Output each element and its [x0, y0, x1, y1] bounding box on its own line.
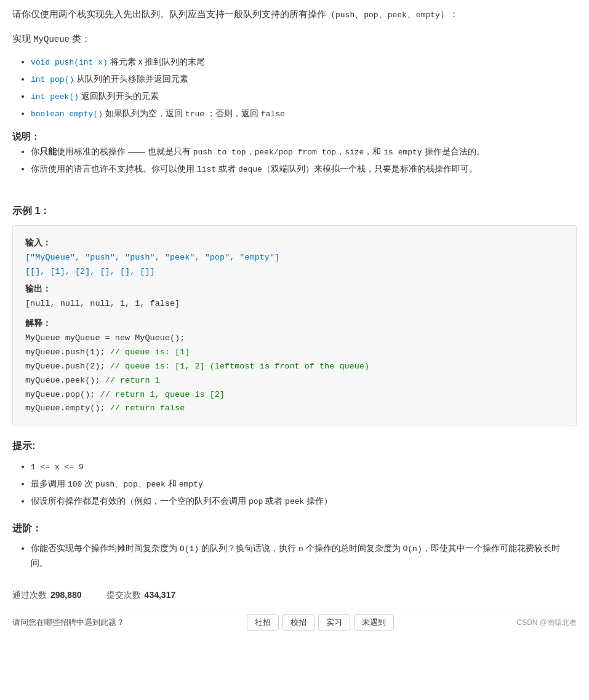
advance-title: 进阶：: [12, 520, 577, 536]
intro-paragraph: 请你仅使用两个栈实现先入先出队列。队列应当支持一般队列支持的所有操作（push、…: [12, 6, 577, 22]
input-label: 输入：: [25, 237, 51, 247]
note-list: 你只能使用标准的栈操作 —— 也就是只有 push to top，peek/po…: [12, 145, 577, 177]
explain-line-3: myQueue.push(2); // queue is: [1, 2] (le…: [25, 362, 369, 371]
methods-list: void push(int x) 将元素 x 推到队列的末尾 int pop()…: [12, 55, 577, 121]
explain-line-5: myQueue.pop(); // return 1, queue is [2]: [25, 390, 225, 399]
example-block: 输入： ["MyQueue", "push", "push", "peek", …: [12, 225, 577, 426]
hints-section: 提示: 1 <= x <= 9 最多调用 100 次 push、pop、peek…: [12, 437, 577, 508]
note-size: size: [345, 148, 364, 157]
hint-item-1: 1 <= x <= 9: [31, 459, 577, 474]
pass-value: 298,880: [50, 588, 82, 603]
advance-item-1: 你能否实现每个操作均摊时间复杂度为 O(1) 的队列？换句话说，执行 n 个操作…: [31, 541, 577, 571]
advance-complexity-2: O(n): [403, 544, 422, 554]
output-section: 输出： [null, null, null, 1, 1, false]: [25, 282, 564, 311]
method-push-code: void push(int x): [31, 58, 108, 67]
example-title: 示例 1：: [12, 202, 577, 219]
method-pop-code: int pop(): [31, 75, 74, 84]
btn-shejao[interactable]: 社招: [247, 614, 279, 630]
submit-value: 434,317: [145, 588, 176, 603]
explain-label: 解释：: [25, 318, 51, 328]
note-peek-pop: peek/pop from top: [255, 148, 337, 157]
method-empty-desc: 如果队列为空，返回 true ；否则，返回 false: [105, 108, 285, 118]
hint-2-pop: pop: [123, 480, 137, 489]
input-section: 输入： ["MyQueue", "push", "push", "peek", …: [25, 236, 564, 279]
implement-class-title: 实现 MyQueue 类：: [12, 31, 577, 47]
advance-list: 你能否实现每个操作均摊时间复杂度为 O(1) 的队列？换句话说，执行 n 个操作…: [12, 541, 577, 571]
explain-line-6: myQueue.empty(); // return false: [25, 404, 185, 413]
note-item-1: 你只能使用标准的栈操作 —— 也就是只有 push to top，peek/po…: [31, 145, 577, 159]
submit-label: 提交次数: [106, 588, 141, 603]
method-pop: int pop() 从队列的开头移除并返回元素: [31, 72, 577, 87]
hint-2-peek: peek: [146, 480, 166, 489]
method-empty: boolean empty() 如果队列为空，返回 true ；否则，返回 fa…: [31, 106, 577, 121]
csdn-credit: CSDN @南猿北者: [516, 616, 577, 629]
hint-3-pop: pop: [249, 497, 263, 506]
input-line2: [[], [1], [2], [], [], []]: [25, 267, 155, 276]
intro-underline-text: 先入先出队列: [105, 9, 160, 19]
hints-title: 提示:: [12, 437, 577, 454]
hints-list: 1 <= x <= 9 最多调用 100 次 push、pop、peek 和 e…: [12, 459, 577, 509]
hint-2-count: 100: [68, 480, 82, 489]
note-list-kw: list: [197, 165, 216, 174]
recruit-text: 请问您在哪些招聘中遇到此题？: [12, 616, 124, 629]
example-section: 示例 1： 输入： ["MyQueue", "push", "push", "p…: [12, 202, 577, 426]
btn-shixi[interactable]: 实习: [318, 614, 350, 630]
explain-line-2: myQueue.push(1); // queue is: [1]: [25, 348, 190, 357]
note-section: 说明： 你只能使用标准的栈操作 —— 也就是只有 push to top，pee…: [12, 129, 577, 177]
method-push: void push(int x) 将元素 x 推到队列的末尾: [31, 55, 577, 70]
note-bold-only: 只能: [39, 146, 57, 156]
main-content: 请你仅使用两个栈实现先入先出队列。队列应当支持一般队列支持的所有操作（push、…: [12, 6, 577, 630]
method-push-desc: 将元素 x 推到队列的末尾: [110, 57, 206, 66]
advance-complexity-1: O(1): [180, 544, 199, 554]
pass-label: 通过次数: [12, 588, 47, 603]
explain-line-1: MyQueue myQueue = new MyQueue();: [25, 333, 185, 343]
btn-not-encountered[interactable]: 未遇到: [354, 614, 394, 630]
submit-stat: 提交次数 434,317: [106, 588, 176, 603]
intro-text-prefix: 请你仅使用两个栈实现: [12, 9, 105, 19]
hint-2-empty: empty: [179, 480, 203, 489]
output-label: 输出：: [25, 284, 51, 293]
note-title: 说明：: [12, 129, 577, 145]
advance-section: 进阶： 你能否实现每个操作均摊时间复杂度为 O(1) 的队列？换句话说，执行 n…: [12, 520, 577, 571]
method-empty-code: boolean empty(): [31, 109, 103, 119]
method-peek-code: int peek(): [31, 92, 79, 101]
method-peek-desc: 返回队列开头的元素: [81, 91, 159, 101]
advance-n: n: [299, 544, 303, 554]
pass-stat: 通过次数 298,880: [12, 588, 82, 603]
explain-section: 解释： MyQueue myQueue = new MyQueue(); myQ…: [25, 316, 564, 416]
input-line1: ["MyQueue", "push", "push", "peek", "pop…: [25, 253, 279, 262]
class-name-code: MyQueue: [33, 34, 70, 44]
note-is-empty: is empty: [383, 148, 422, 157]
stats-footer: 通过次数 298,880 提交次数 434,317: [12, 588, 577, 608]
note-push-top: push to top: [193, 148, 246, 157]
bottom-bar: 请问您在哪些招聘中遇到此题？ 社招 校招 实习 未遇到 CSDN @南猿北者: [12, 614, 577, 630]
output-line: [null, null, null, 1, 1, false]: [25, 299, 180, 308]
recruit-btn-group: 社招 校招 实习 未遇到: [247, 614, 394, 630]
hint-item-3: 假设所有操作都是有效的（例如，一个空的队列不会调用 pop 或者 peek 操作…: [31, 494, 577, 509]
btn-xiaojao[interactable]: 校招: [282, 614, 315, 630]
method-peek: int peek() 返回队列开头的元素: [31, 89, 577, 104]
hint-1-code: 1 <= x <= 9: [31, 463, 84, 472]
note-deque-kw: deque: [238, 165, 262, 174]
method-pop-desc: 从队列的开头移除并返回元素: [76, 74, 188, 84]
spacer-1: [12, 183, 577, 191]
hint-3-peek: peek: [285, 497, 304, 506]
intro-text-suffix: 。队列应当支持一般队列支持的所有操作（push、pop、peek、empty）：: [160, 9, 459, 19]
hint-2-push: push: [95, 480, 114, 489]
explain-line-4: myQueue.peek(); // return 1: [25, 376, 160, 385]
note-item-2: 你所使用的语言也许不支持栈。你可以使用 list 或者 deque（双端队列）来…: [31, 162, 577, 177]
hint-item-2: 最多调用 100 次 push、pop、peek 和 empty: [31, 477, 577, 491]
